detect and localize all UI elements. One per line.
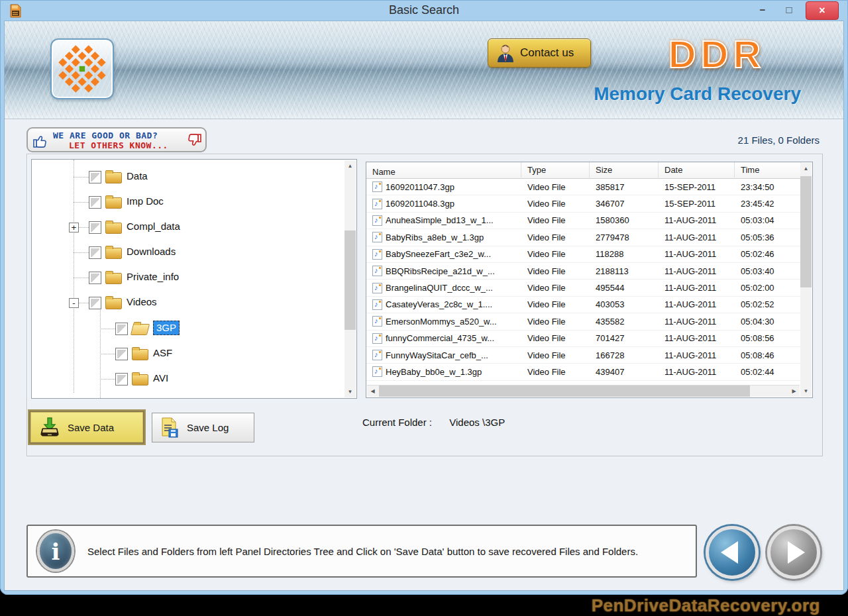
folder-icon [105,172,122,183]
info-message: Select Files and Folders from left Panel… [87,546,638,557]
column-header-type[interactable]: Type [521,162,590,179]
app-window: Basic Search − □ × [0,0,848,595]
table-row[interactable]: 16092011048.3gp Video File 346707 15-SEP… [366,195,801,212]
column-header-date[interactable]: Date [659,162,735,179]
open-folder-icon [131,324,150,335]
tree-item-data[interactable]: Data [32,164,333,189]
file-type: Video File [521,199,590,209]
tree-vertical-scrollbar[interactable] [344,160,356,397]
scroll-left-icon[interactable] [367,385,378,397]
tree-item-asf[interactable]: ASF [32,341,333,366]
scroll-right-icon[interactable] [788,385,800,397]
website-link[interactable]: PenDriveDataRecovery.org [592,595,820,616]
titlebar[interactable]: Basic Search − □ × [0,0,848,21]
back-button[interactable] [706,526,759,579]
file-name: AnuheaSimple_bd13_w_1... [386,215,494,225]
collapse-icon[interactable]: - [69,298,79,308]
table-row[interactable]: FunnyWaySitaCar_cefb_... Video File 1667… [366,347,801,364]
folder-icon [105,197,122,209]
save-data-label: Save Data [68,422,114,433]
table-row[interactable]: BrangelinaQUIT_dccc_w_... Video File 495… [366,280,801,296]
tree-item-private-info[interactable]: Private_info [32,265,333,290]
minimize-button[interactable]: − [751,0,774,19]
list-horizontal-scrollbar[interactable] [367,385,800,397]
scroll-down-icon[interactable] [344,386,356,397]
tree-item-compl-data[interactable]: + Compl_data [32,215,333,240]
left-arrow-icon [721,541,738,564]
tree-item-label[interactable]: Data [127,170,148,181]
tree-item-downloads[interactable]: Downloads [32,240,333,265]
file-time: 23:34:50 [735,182,801,192]
column-header-name[interactable]: Name [366,162,521,179]
checkbox[interactable] [115,323,128,335]
table-row[interactable]: AnuheaSimple_bd13_w_1... Video File 1580… [366,213,801,229]
feedback-banner[interactable]: WE ARE GOOD OR BAD? LET OTHERS KNOW... [26,127,207,152]
file-name: HeyBaby_bb0e_w_1.3gp [386,367,482,377]
checkbox[interactable] [89,246,101,259]
scroll-up-icon[interactable] [800,163,812,174]
scroll-up-icon[interactable] [344,160,356,172]
save-data-button[interactable]: Save Data [29,411,144,444]
file-time: 05:04:30 [735,317,801,327]
tree-item-label[interactable]: Imp Doc [127,195,164,207]
table-row[interactable]: BabyRibs_a8eb_w_1.3gp Video File 2779478… [366,229,801,246]
video-file-icon [372,283,382,293]
list-vertical-scrollbar[interactable] [800,163,812,397]
video-file-icon [372,215,382,226]
table-row[interactable]: BabySneezeFart_c3e2_w... Video File 1182… [366,246,801,263]
tree-item-imp-doc[interactable]: Imp Doc [32,189,333,215]
scrollbar-thumb[interactable] [800,176,812,287]
tree-item-label[interactable]: Videos [127,296,157,307]
directory-tree[interactable]: Data Imp Doc + Compl_data Downloads [31,159,357,399]
tree-item-label[interactable]: Compl_data [127,221,180,232]
column-header-size[interactable]: Size [590,162,659,179]
file-name: funnyCommercial_4735_w... [386,333,494,343]
file-date: 11-AUG-2011 [659,232,735,242]
checkbox[interactable] [115,373,128,385]
file-type: Video File [521,367,590,377]
video-file-icon [372,199,382,209]
folder-icon [105,298,122,309]
table-row[interactable]: CasateyVeras_2c8c_w_1.... Video File 403… [366,297,801,313]
expand-icon[interactable]: + [69,223,79,232]
file-date: 11-AUG-2011 [659,266,735,276]
checkbox[interactable] [115,348,128,360]
tree-item-label[interactable]: AVI [153,372,168,384]
file-name: BBQRibsRecipe_a21d_w_... [386,266,495,276]
scrollbar-thumb[interactable] [344,231,356,330]
file-type: Video File [521,266,590,276]
scroll-down-icon[interactable] [800,385,812,397]
contact-us-button[interactable]: Contact us [488,38,591,68]
tree-item-3gp[interactable]: 3GP [32,316,333,341]
video-file-icon [372,249,382,260]
file-name: FunnyWaySitaCar_cefb_... [386,350,488,360]
table-row[interactable]: EmersonMommys_a520_w... Video File 43558… [366,313,801,330]
column-header-time[interactable]: Time [735,162,801,179]
tree-item-label[interactable]: Downloads [127,246,176,257]
table-row[interactable]: BBQRibsRecipe_a21d_w_... Video File 2188… [366,263,801,280]
current-folder-label: Current Folder : [362,417,432,428]
save-log-button[interactable]: Save Log [152,413,254,442]
forward-button[interactable] [767,526,820,579]
checkbox[interactable] [89,297,101,309]
tree-item-label-selected[interactable]: 3GP [153,321,180,335]
checkbox[interactable] [89,196,101,209]
file-type: Video File [521,232,590,242]
close-button[interactable]: × [806,1,839,20]
table-row[interactable]: funnyCommercial_4735_w... Video File 701… [366,331,801,347]
scrollbar-thumb[interactable] [379,385,750,397]
maximize-button[interactable]: □ [778,0,800,19]
table-row[interactable]: HeyBaby_bb0e_w_1.3gp Video File 439407 1… [366,364,801,380]
tree-item-label[interactable]: Private_info [127,271,179,282]
table-row[interactable]: 16092011047.3gp Video File 385817 15-SEP… [366,179,801,195]
window-body: Contact us DDR Memory Card Recovery WE A… [4,21,844,591]
checkbox[interactable] [89,221,101,234]
info-icon: i [37,531,74,572]
checkbox[interactable] [89,272,101,284]
tree-item-videos[interactable]: - Videos [32,290,333,315]
file-time: 05:03:40 [735,266,801,276]
tree-item-label[interactable]: ASF [153,347,172,358]
checkbox[interactable] [89,171,101,183]
file-list[interactable]: Name Type Size Date Time 16092011047.3gp… [366,162,813,398]
tree-item-avi[interactable]: AVI [32,366,333,391]
